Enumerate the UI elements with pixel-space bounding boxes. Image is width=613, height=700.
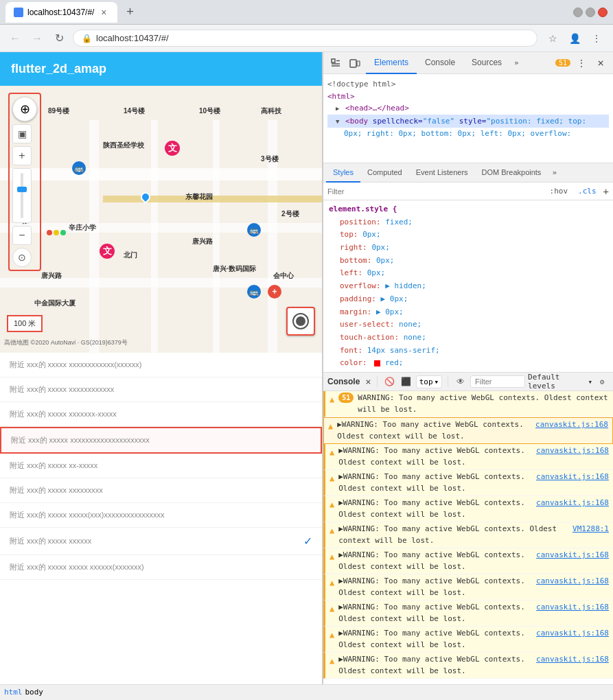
warning-count-badge: 51 xyxy=(338,393,354,403)
tabs-more-button[interactable]: » xyxy=(510,58,523,67)
back-button[interactable]: ← xyxy=(7,30,23,47)
device-toolbar-button[interactable] xyxy=(347,55,363,71)
css-prop-top: top: 0px; xyxy=(329,229,608,242)
eye-button[interactable]: 👁 xyxy=(454,374,467,389)
triangle-icon-body: ▼ xyxy=(336,118,339,125)
zoom-in-button[interactable]: + xyxy=(12,146,32,165)
maximize-button[interactable] xyxy=(586,8,595,17)
console-toolbar: Console × 🚫 ⬛ top ▾ 👁 Default levels ▾ ⚙ xyxy=(323,372,613,391)
list-item[interactable]: 附近 xxx的 xxxxx xxxxxxx-xxxxx xyxy=(0,402,322,427)
tab-close-button[interactable]: × xyxy=(98,7,109,18)
console-filter-input[interactable] xyxy=(470,375,525,388)
console-settings-button[interactable]: ⚙ xyxy=(595,374,609,389)
console-link-10[interactable]: canvaskit.js:168 xyxy=(536,654,609,666)
map-settings-button[interactable]: ⊙ xyxy=(12,248,32,267)
road-v2 xyxy=(151,120,158,353)
console-link-8[interactable]: canvaskit.js:168 xyxy=(536,602,609,614)
warning-icon: ▲ xyxy=(329,446,334,458)
console-close-button[interactable]: × xyxy=(365,376,371,387)
console-link-9[interactable]: canvaskit.js:168 xyxy=(536,628,609,640)
default-levels-selector[interactable]: Default levels ▾ xyxy=(528,373,592,390)
console-warning-2[interactable]: ▲ ▶WARNING: Too many active WebGL contex… xyxy=(323,444,613,470)
map-label-2hao2: 2号楼 xyxy=(281,209,299,219)
console-link-4[interactable]: canvaskit.js:168 xyxy=(536,498,609,509)
refresh-button[interactable]: ↻ xyxy=(51,30,67,47)
console-stop-button[interactable]: ⬛ xyxy=(400,374,413,389)
window-controls xyxy=(573,8,608,17)
console-warning-3[interactable]: ▲ ▶WARNING: Too many active WebGL contex… xyxy=(323,470,613,496)
new-tab-button[interactable]: + xyxy=(120,3,139,22)
zoom-out-button[interactable]: − xyxy=(12,226,32,245)
event-listeners-tab[interactable]: Event Listeners xyxy=(409,163,475,183)
console-warning-group[interactable]: ▲ 51 WARNING: Too many active WebGL cont… xyxy=(323,391,613,417)
more-button[interactable]: ⋮ xyxy=(587,29,606,48)
location-button[interactable] xyxy=(286,307,315,336)
list-item-highlighted[interactable]: 附近 xxx的 xxxxx xxxxxxxxxxxxxxxxxxxxx xyxy=(0,427,322,454)
forward-button[interactable]: → xyxy=(29,30,45,47)
map-label-tangxing2: 唐兴路 xyxy=(41,271,62,281)
dom-breakpoints-tab[interactable]: DOM Breakpoints xyxy=(475,163,548,183)
list-item[interactable]: 附近 xxx的 xxxxx xxxxxxxxxxxx(xxxxxx) xyxy=(0,353,322,377)
warning-icon: ▲ xyxy=(329,524,334,537)
console-link-3[interactable]: canvaskit.js:168 xyxy=(536,471,609,483)
computed-tab[interactable]: Computed xyxy=(360,163,409,183)
console-warning-6[interactable]: ▲ ▶WARNING: Too many active WebGL contex… xyxy=(323,548,613,574)
map-label-huizhong: 会中心 xyxy=(273,271,294,281)
compass-button[interactable]: ⊕ xyxy=(12,97,37,121)
url-bar[interactable]: 🔒 localhost:10437/#/ xyxy=(73,30,537,47)
list-item[interactable]: 附近 xxx的 xxxxx xxxxx xxxxxx(xxxxxxx) xyxy=(0,555,322,580)
console-warning-5[interactable]: ▲ ▶WARNING: Too many active WebGL contex… xyxy=(323,522,613,548)
list-item[interactable]: 附近 xxx的 xxxxx xxxxxxxxxxxx xyxy=(0,377,322,402)
console-link-2[interactable]: canvaskit.js:168 xyxy=(536,445,609,457)
list-item[interactable]: 附近 xxx的 xxxxx xxxxxxxxx xyxy=(0,478,322,503)
active-tab[interactable]: localhost:10437/#/ × xyxy=(5,2,117,23)
inspect-button[interactable] xyxy=(327,55,344,71)
add-rule-button[interactable]: + xyxy=(603,186,609,197)
tab-elements[interactable]: Elements xyxy=(366,52,417,74)
filter-input[interactable] xyxy=(327,187,542,196)
tab-console[interactable]: Console xyxy=(417,52,463,74)
lock-icon: 🔒 xyxy=(82,34,92,43)
console-warning-8[interactable]: ▲ ▶WARNING: Too many active WebGL contex… xyxy=(323,600,613,627)
console-warning-9[interactable]: ▲ ▶WARNING: Too many active WebGL contex… xyxy=(323,627,613,653)
close-button[interactable] xyxy=(598,8,608,17)
map-pin-dot xyxy=(139,190,152,204)
top-context-selector[interactable]: top ▾ xyxy=(416,375,443,388)
list-item-with-check[interactable]: 附近 xxx的 xxxxx xxxxxx ✓ xyxy=(0,528,322,555)
console-warning-7[interactable]: ▲ ▶WARNING: Too many active WebGL contex… xyxy=(323,574,613,600)
warning-icon: ▲ xyxy=(329,498,334,511)
devtools-settings-button[interactable]: ⋮ xyxy=(573,55,590,71)
cls-filter-button[interactable]: .cls xyxy=(575,186,599,196)
chevron-down-icon: ▾ xyxy=(435,377,439,386)
map-container[interactable]: 14号楼 10号楼 陕西圣经学校 高科技 3号楼 89号楼 田 东馨花园 辛庄小… xyxy=(0,86,322,353)
console-warning-10[interactable]: ▲ ▶WARNING: Too many active WebGL contex… xyxy=(323,653,613,679)
console-link-6[interactable]: canvaskit.js:168 xyxy=(536,550,609,561)
map-mode-button[interactable]: ▣ xyxy=(12,124,32,143)
styles-tab[interactable]: Styles xyxy=(326,163,360,183)
console-link-1[interactable]: canvaskit.js:168 xyxy=(535,419,608,431)
css-prop-padding: padding: ▶ 0px; xyxy=(329,293,608,306)
user-button[interactable]: 👤 xyxy=(565,29,584,48)
console-clear-button[interactable]: 🚫 xyxy=(383,374,397,389)
console-warning-4[interactable]: ▲ ▶WARNING: Too many active WebGL contex… xyxy=(323,496,613,522)
hover-filter-button[interactable]: :hov xyxy=(546,185,572,197)
list-item[interactable]: 附近 xxx的 xxxxx xx-xxxxx xyxy=(0,454,322,478)
road-v3 xyxy=(213,120,220,353)
elements-panel: <!doctype html> <html> ▶ <head>…</head> … xyxy=(323,74,613,163)
console-link-5[interactable]: VM1288:1 xyxy=(572,524,609,535)
style-tabs-more[interactable]: » xyxy=(548,168,561,177)
bookmark-button[interactable]: ☆ xyxy=(543,29,562,48)
map-label-beimen: 北门 xyxy=(124,250,137,260)
app-header: flutter_2d_amap xyxy=(0,52,322,86)
console-link-7[interactable]: canvaskit.js:168 xyxy=(536,576,609,587)
minimize-button[interactable] xyxy=(573,8,583,17)
devtools-close-button[interactable]: × xyxy=(592,55,609,71)
zoom-track xyxy=(21,173,23,218)
body-tag-line[interactable]: ▼ <body spellcheck="false" style="positi… xyxy=(327,115,609,128)
zoom-slider[interactable] xyxy=(12,168,32,223)
tab-sources[interactable]: Sources xyxy=(463,52,510,74)
map-bus-icon-3: 🚌 xyxy=(247,285,261,299)
list-item[interactable]: 附近 xxx的 xxxxx xxxxx(xxx)xxxxxxxxxxxxxxxx xyxy=(0,503,322,528)
console-warning-highlighted[interactable]: ▲ ▶WARNING: Too many active WebGL contex… xyxy=(323,417,613,444)
css-panel: element.style { position: fixed; top: 0p… xyxy=(323,200,613,372)
